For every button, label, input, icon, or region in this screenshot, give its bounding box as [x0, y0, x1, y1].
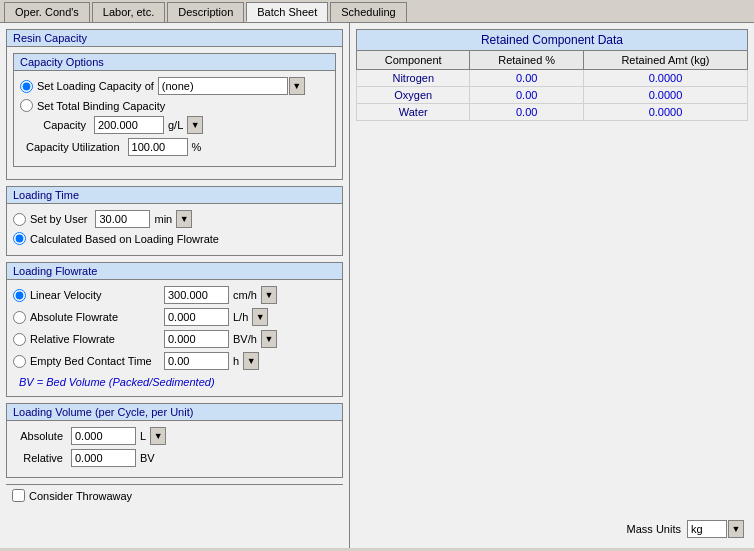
linear-velocity-unit: cm/h — [233, 289, 257, 301]
relative-flowrate-dropdown-btn[interactable]: ▼ — [261, 330, 277, 348]
table-row: Oxygen 0.00 0.0000 — [357, 87, 748, 104]
retained-table-area: Component Retained % Retained Amt (kg) N… — [356, 50, 748, 516]
component-header: Component — [357, 51, 470, 70]
tab-batch-sheet[interactable]: Batch Sheet — [246, 2, 328, 22]
empty-bed-row: Empty Bed Contact Time h ▼ — [13, 352, 336, 370]
loading-time-title: Loading Time — [7, 187, 342, 204]
mass-units-select[interactable]: kg — [687, 520, 727, 538]
component-nitrogen: Nitrogen — [357, 70, 470, 87]
loading-time-unit: min — [154, 213, 172, 225]
relative-flowrate-unit: BV/h — [233, 333, 257, 345]
absolute-volume-row: Absolute L ▼ — [13, 427, 336, 445]
loading-capacity-select-wrapper: (none) ▼ — [158, 77, 305, 95]
set-by-user-label: Set by User — [30, 213, 87, 225]
loading-volume-section: Loading Volume (per Cycle, per Unit) Abs… — [6, 403, 343, 478]
retained-amt-oxygen: 0.0000 — [583, 87, 747, 104]
set-by-user-row: Set by User min ▼ — [13, 210, 336, 228]
set-total-binding-radio[interactable] — [20, 99, 33, 112]
capacity-unit-dropdown-btn[interactable]: ▼ — [187, 116, 203, 134]
capacity-label: Capacity — [26, 119, 86, 131]
empty-bed-input[interactable] — [164, 352, 229, 370]
loading-flowrate-title: Loading Flowrate — [7, 263, 342, 280]
absolute-flowrate-radio[interactable] — [13, 311, 26, 324]
tab-oper-conds[interactable]: Oper. Cond's — [4, 2, 90, 22]
absolute-flowrate-input[interactable] — [164, 308, 229, 326]
main-content: Resin Capacity Capacity Options Set Load… — [0, 23, 754, 548]
empty-bed-label: Empty Bed Contact Time — [30, 355, 160, 367]
loading-volume-content: Absolute L ▼ Relative BV — [7, 421, 342, 477]
left-panel: Resin Capacity Capacity Options Set Load… — [0, 23, 350, 548]
mass-units-label: Mass Units — [627, 523, 681, 535]
set-loading-capacity-radio[interactable] — [20, 80, 33, 93]
flowrate-note: BV = Bed Volume (Packed/Sedimented) — [13, 374, 336, 390]
consider-throwaway-checkbox[interactable] — [12, 489, 25, 502]
tab-bar: Oper. Cond's Labor, etc. Description Bat… — [0, 0, 754, 23]
loading-capacity-select[interactable]: (none) — [158, 77, 288, 95]
set-total-binding-label: Set Total Binding Capacity — [37, 100, 165, 112]
absolute-volume-unit: L — [140, 430, 146, 442]
capacity-input[interactable] — [94, 116, 164, 134]
tab-description[interactable]: Description — [167, 2, 244, 22]
absolute-flowrate-label: Absolute Flowrate — [30, 311, 160, 323]
absolute-volume-dropdown-btn[interactable]: ▼ — [150, 427, 166, 445]
capacity-field-row: Capacity g/L ▼ — [20, 116, 329, 134]
loading-volume-title: Loading Volume (per Cycle, per Unit) — [7, 404, 342, 421]
absolute-volume-input[interactable] — [71, 427, 136, 445]
empty-bed-dropdown-btn[interactable]: ▼ — [243, 352, 259, 370]
set-total-binding-row: Set Total Binding Capacity — [20, 99, 329, 112]
resin-capacity-section: Resin Capacity Capacity Options Set Load… — [6, 29, 343, 180]
resin-capacity-content: Capacity Options Set Loading Capacity of… — [7, 47, 342, 179]
set-by-user-radio[interactable] — [13, 213, 26, 226]
table-row: Nitrogen 0.00 0.0000 — [357, 70, 748, 87]
linear-velocity-dropdown-btn[interactable]: ▼ — [261, 286, 277, 304]
absolute-flowrate-dropdown-btn[interactable]: ▼ — [252, 308, 268, 326]
retained-amt-water: 0.0000 — [583, 104, 747, 121]
calculated-based-label: Calculated Based on Loading Flowrate — [30, 233, 219, 245]
retained-component-header: Retained Component Data — [356, 29, 748, 50]
component-oxygen: Oxygen — [357, 87, 470, 104]
loading-capacity-value: (none) — [162, 80, 194, 92]
loading-time-dropdown-btn[interactable]: ▼ — [176, 210, 192, 228]
retained-amt-header: Retained Amt (kg) — [583, 51, 747, 70]
tab-labor[interactable]: Labor, etc. — [92, 2, 165, 22]
table-row: Water 0.00 0.0000 — [357, 104, 748, 121]
consider-throwaway-label: Consider Throwaway — [29, 490, 132, 502]
capacity-options-subsection: Capacity Options Set Loading Capacity of… — [13, 53, 336, 167]
relative-volume-label: Relative — [13, 452, 63, 464]
relative-flowrate-label: Relative Flowrate — [30, 333, 160, 345]
empty-bed-radio[interactable] — [13, 355, 26, 368]
tab-scheduling[interactable]: Scheduling — [330, 2, 406, 22]
retained-data-table: Component Retained % Retained Amt (kg) N… — [356, 50, 748, 121]
capacity-options-content: Set Loading Capacity of (none) ▼ — [14, 71, 335, 166]
absolute-volume-label: Absolute — [13, 430, 63, 442]
component-water: Water — [357, 104, 470, 121]
relative-flowrate-radio[interactable] — [13, 333, 26, 346]
relative-flowrate-row: Relative Flowrate BV/h ▼ — [13, 330, 336, 348]
capacity-utilization-unit: % — [192, 141, 202, 153]
relative-volume-row: Relative BV — [13, 449, 336, 467]
relative-volume-input[interactable] — [71, 449, 136, 467]
calculated-based-row: Calculated Based on Loading Flowrate — [13, 232, 336, 245]
retained-pct-nitrogen: 0.00 — [470, 70, 583, 87]
linear-velocity-row: Linear Velocity cm/h ▼ — [13, 286, 336, 304]
capacity-utilization-input[interactable] — [128, 138, 188, 156]
mass-units-value: kg — [691, 523, 703, 535]
loading-time-section: Loading Time Set by User min ▼ Calculate… — [6, 186, 343, 256]
loading-capacity-dropdown-btn[interactable]: ▼ — [289, 77, 305, 95]
mass-units-dropdown-btn[interactable]: ▼ — [728, 520, 744, 538]
linear-velocity-label: Linear Velocity — [30, 289, 160, 301]
loading-time-input[interactable] — [95, 210, 150, 228]
relative-flowrate-input[interactable] — [164, 330, 229, 348]
calculated-based-radio[interactable] — [13, 232, 26, 245]
capacity-utilization-row: Capacity Utilization % — [20, 138, 329, 156]
resin-capacity-title: Resin Capacity — [7, 30, 342, 47]
linear-velocity-input[interactable] — [164, 286, 229, 304]
capacity-utilization-label: Capacity Utilization — [26, 141, 120, 153]
absolute-flowrate-row: Absolute Flowrate L/h ▼ — [13, 308, 336, 326]
linear-velocity-radio[interactable] — [13, 289, 26, 302]
retained-pct-water: 0.00 — [470, 104, 583, 121]
set-loading-capacity-row: Set Loading Capacity of (none) ▼ — [20, 77, 329, 95]
mass-units-row: Mass Units kg ▼ — [356, 516, 748, 542]
retained-pct-header: Retained % — [470, 51, 583, 70]
bottom-bar: Consider Throwaway — [6, 484, 343, 506]
